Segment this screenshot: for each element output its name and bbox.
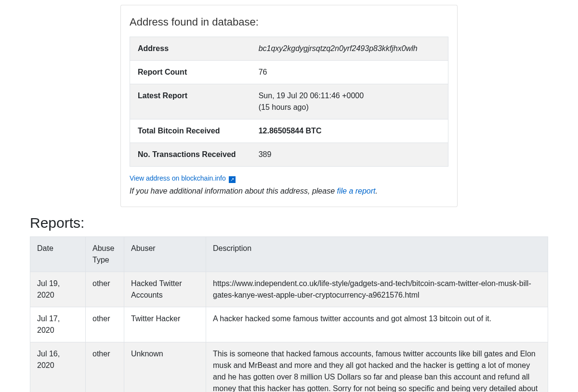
report-description: https://www.independent.co.uk/life-style…: [206, 272, 548, 307]
report-abuser: Unknown: [124, 342, 206, 392]
col-header-abuse-type: Abuse Type: [86, 237, 124, 272]
report-abuse-type: other: [86, 307, 124, 342]
report-description: This is someone that hacked famous accou…: [206, 342, 548, 392]
summary-value-address: bc1qxy2kgdygjrsqtzq2n0yrf2493p83kkfjhx0w…: [251, 37, 448, 61]
summary-row-latest-report: Latest Report Sun, 19 Jul 20 06:11:46 +0…: [130, 84, 448, 119]
summary-row-report-count: Report Count 76: [130, 61, 448, 84]
reports-header-row: Date Abuse Type Abuser Description: [30, 237, 548, 272]
external-link-icon: [229, 176, 236, 183]
additional-info-suffix: .: [376, 187, 378, 195]
reports-heading: Reports:: [30, 212, 578, 234]
report-description: A hacker hacked some famous twitter acco…: [206, 307, 548, 342]
report-abuse-type: other: [86, 272, 124, 307]
table-row: Jul 17, 2020otherTwitter HackerA hacker …: [30, 307, 548, 342]
summary-value-tx-received: 389: [251, 143, 448, 167]
summary-row-address: Address bc1qxy2kgdygjrsqtzq2n0yrf2493p83…: [130, 37, 448, 61]
summary-value-report-count: 76: [251, 61, 448, 84]
summary-label: No. Transactions Received: [130, 143, 251, 167]
summary-label: Address: [130, 37, 251, 61]
report-abuser: Hacked Twitter Accounts: [124, 272, 206, 307]
summary-row-total-received: Total Bitcoin Received 12.86505844 BTC: [130, 119, 448, 143]
col-header-date: Date: [30, 237, 86, 272]
card-title: Address found in database:: [130, 14, 448, 30]
summary-label: Latest Report: [130, 84, 251, 119]
address-summary-card: Address found in database: Address bc1qx…: [120, 5, 458, 207]
reports-table: Date Abuse Type Abuser Description Jul 1…: [30, 236, 548, 392]
page-container: Address found in database: Address bc1qx…: [0, 5, 578, 392]
summary-label: Total Bitcoin Received: [130, 119, 251, 143]
additional-info-text: If you have additional information about…: [130, 185, 448, 197]
summary-value-total-received: 12.86505844 BTC: [251, 119, 448, 143]
col-header-abuser: Abuser: [124, 237, 206, 272]
report-date: Jul 16, 2020: [30, 342, 86, 392]
blockchain-link-row: View address on blockchain.info: [130, 173, 448, 183]
view-on-blockchain-link[interactable]: View address on blockchain.info: [130, 174, 236, 182]
summary-row-tx-received: No. Transactions Received 389: [130, 143, 448, 167]
summary-value-latest-report: Sun, 19 Jul 20 06:11:46 +0000 (15 hours …: [251, 84, 448, 119]
total-received-value: 12.86505844 BTC: [259, 127, 322, 135]
report-date: Jul 19, 2020: [30, 272, 86, 307]
report-abuse-type: other: [86, 342, 124, 392]
file-a-report-link[interactable]: file a report: [337, 187, 376, 195]
summary-label: Report Count: [130, 61, 251, 84]
additional-info-prefix: If you have additional information about…: [130, 187, 337, 195]
reports-section: Date Abuse Type Abuser Description Jul 1…: [30, 236, 548, 392]
table-row: Jul 19, 2020otherHacked Twitter Accounts…: [30, 272, 548, 307]
report-abuser: Twitter Hacker: [124, 307, 206, 342]
address-summary-table: Address bc1qxy2kgdygjrsqtzq2n0yrf2493p83…: [130, 37, 448, 167]
col-header-description: Description: [206, 237, 548, 272]
report-date: Jul 17, 2020: [30, 307, 86, 342]
latest-report-relative: (15 hours ago): [259, 103, 309, 111]
latest-report-timestamp: Sun, 19 Jul 20 06:11:46 +0000: [259, 91, 364, 100]
blockchain-link-text: View address on blockchain.info: [130, 174, 226, 182]
table-row: Jul 16, 2020otherUnknownThis is someone …: [30, 342, 548, 392]
